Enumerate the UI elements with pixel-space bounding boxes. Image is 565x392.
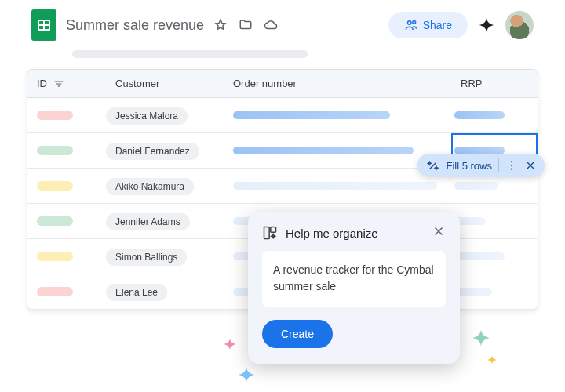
order-bar — [233, 182, 437, 190]
customer-cell[interactable]: Simon Ballings — [106, 249, 224, 263]
col-id[interactable]: ID — [27, 70, 106, 97]
document-title[interactable]: Summer sale revenue — [66, 17, 204, 34]
rrp-bar — [454, 252, 505, 260]
svg-point-4 — [511, 169, 512, 170]
filter-icon[interactable] — [53, 78, 64, 89]
id-pill — [37, 111, 73, 120]
customer-pill: Jennifer Adams — [106, 213, 190, 230]
sparkle-decoration-icon — [487, 354, 498, 365]
account-avatar[interactable] — [505, 11, 534, 39]
gemini-icon[interactable] — [477, 16, 496, 34]
rrp-bar — [454, 288, 492, 296]
svg-point-3 — [511, 165, 512, 166]
svg-point-2 — [511, 161, 512, 162]
id-cell[interactable] — [27, 111, 106, 120]
customer-pill: Simon Ballings — [106, 249, 187, 266]
customer-cell[interactable]: Jessica Malora — [106, 108, 224, 122]
more-vert-icon[interactable] — [505, 159, 518, 172]
id-pill — [37, 287, 73, 296]
svg-point-0 — [407, 21, 411, 25]
move-folder-icon[interactable] — [239, 18, 253, 32]
col-rrp-label: RRP — [461, 78, 482, 89]
col-id-label: ID — [37, 78, 47, 89]
rrp-cell[interactable] — [451, 204, 538, 238]
create-button[interactable]: Create — [262, 320, 333, 348]
rrp-bar — [454, 182, 498, 190]
close-panel-button[interactable] — [432, 224, 446, 241]
id-cell[interactable] — [27, 146, 106, 155]
table-row[interactable]: Jessica Malora — [27, 98, 538, 133]
id-pill — [37, 216, 73, 226]
cloud-status-icon[interactable] — [264, 18, 278, 32]
order-cell[interactable] — [224, 147, 451, 154]
customer-cell[interactable]: Jennifer Adams — [106, 214, 224, 228]
id-pill — [37, 252, 73, 261]
order-bar — [233, 147, 414, 154]
customer-pill: Daniel Fernandez — [106, 143, 199, 160]
customer-pill: Akiko Nakamura — [106, 178, 194, 195]
fill-suggestion-chip[interactable]: Fill 5 rows — [417, 154, 545, 177]
close-chip-icon[interactable] — [524, 159, 537, 172]
share-button[interactable]: Share — [388, 12, 468, 38]
col-rrp[interactable]: RRP — [451, 70, 538, 97]
order-bar — [233, 111, 390, 119]
customer-pill: Elena Lee — [106, 284, 167, 301]
panel-title: Help me organize — [286, 227, 424, 240]
id-cell[interactable] — [27, 216, 106, 226]
star-icon[interactable] — [213, 18, 228, 32]
customer-cell[interactable]: Elena Lee — [106, 285, 224, 299]
order-cell[interactable] — [224, 182, 451, 190]
rrp-cell[interactable] — [451, 274, 538, 309]
rrp-cell[interactable] — [451, 239, 538, 274]
people-icon — [404, 18, 418, 32]
id-cell[interactable] — [27, 287, 106, 296]
sheets-logo-icon — [31, 9, 56, 41]
col-order[interactable]: Order number — [224, 70, 451, 97]
svg-rect-5 — [264, 227, 270, 239]
sparkle-decoration-icon — [237, 365, 256, 384]
rrp-cell[interactable] — [451, 98, 538, 132]
id-cell[interactable] — [27, 252, 106, 261]
close-icon — [432, 224, 446, 238]
id-pill — [37, 146, 73, 155]
help-me-organize-panel: Help me organize A revenue tracker for t… — [248, 212, 460, 364]
order-cell[interactable] — [224, 111, 451, 119]
id-cell[interactable] — [27, 181, 106, 191]
sparkle-decoration-icon — [223, 337, 237, 351]
customer-pill: Jessica Malora — [106, 107, 188, 125]
customer-cell[interactable]: Daniel Fernandez — [106, 143, 224, 158]
chip-divider — [498, 158, 499, 172]
fill-chip-label: Fill 5 rows — [446, 160, 492, 172]
customer-cell[interactable]: Akiko Nakamura — [106, 179, 224, 193]
col-customer[interactable]: Customer — [106, 70, 224, 97]
organize-icon — [262, 225, 278, 241]
magic-wand-icon — [427, 159, 439, 172]
share-label: Share — [423, 19, 452, 31]
rrp-bar — [454, 111, 505, 119]
prompt-input[interactable]: A revenue tracker for the Cymbal summer … — [262, 251, 446, 307]
sparkle-decoration-icon — [471, 328, 491, 348]
col-order-label: Order number — [233, 78, 297, 89]
header-row: ID Customer Order number RRP — [27, 70, 538, 98]
col-customer-label: Customer — [115, 78, 159, 89]
svg-point-1 — [413, 20, 416, 24]
toolbar-placeholder — [72, 50, 308, 58]
id-pill — [37, 181, 73, 191]
svg-rect-6 — [271, 227, 276, 233]
